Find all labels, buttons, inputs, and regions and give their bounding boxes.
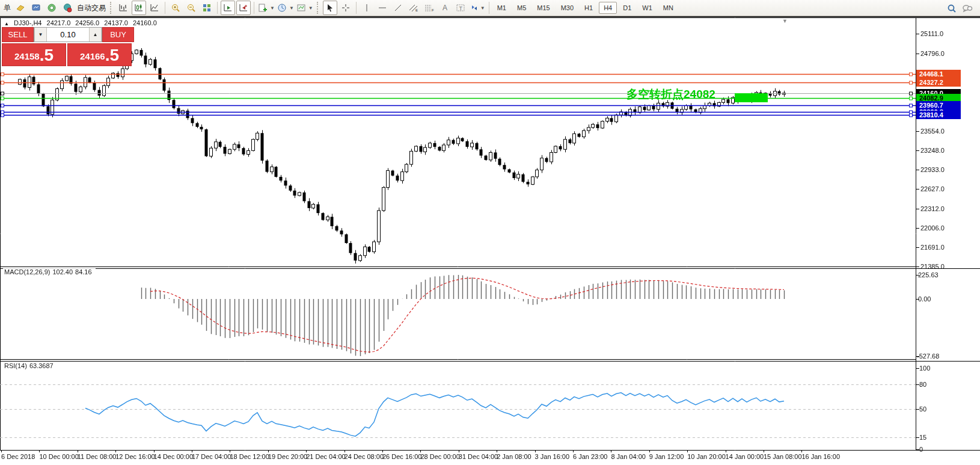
new-order-button[interactable]: 单 — [4, 3, 11, 13]
volume-decrease-icon[interactable]: ▼ — [34, 28, 47, 42]
crosshair-icon[interactable] — [338, 1, 353, 15]
time-axis-label: 6 Jan 23:00 — [573, 453, 608, 460]
time-axis-label: 14 Dec 00:00 — [154, 453, 193, 460]
sell-button[interactable]: SELL — [2, 27, 34, 42]
level-tag-24468.1: 24468.1 — [916, 70, 961, 78]
zoom-in-icon[interactable] — [168, 1, 183, 15]
volume-increase-icon[interactable]: ▲ — [89, 28, 102, 42]
time-axis-label: 26 Dec 16:00 — [382, 453, 421, 460]
time-axis-label: 21 Dec 04:00 — [306, 453, 345, 460]
timeframe-H1[interactable]: H1 — [580, 2, 598, 14]
data-window-icon[interactable] — [29, 1, 43, 15]
rsi-axis-label: 0 — [919, 446, 923, 453]
buy-price-frac: .5 — [105, 46, 119, 64]
price-tick-label: 22627.0 — [920, 185, 945, 192]
trendline-icon[interactable] — [391, 1, 405, 15]
price-tick-label: 21385.0 — [920, 263, 945, 270]
time-axis-label: 11 Dec 08:00 — [78, 453, 117, 460]
timeframe-W1[interactable]: W1 — [637, 2, 657, 14]
timeframe-M30[interactable]: M30 — [556, 2, 578, 14]
time-axis-label: 2 Jan 08:00 — [497, 453, 531, 460]
time-axis-label: 10 Dec 00:00 — [39, 453, 78, 460]
navigator-icon[interactable] — [44, 1, 59, 15]
level-tag-23810.4: 23810.4 — [916, 111, 961, 119]
ohlc-open: 24217.0 — [47, 19, 71, 26]
chart-shift-marker-icon: ▼ — [782, 18, 788, 24]
channel-icon[interactable]: E — [406, 1, 421, 15]
arrows-icon[interactable]: ▼ — [469, 1, 486, 15]
line-chart-icon[interactable] — [147, 1, 162, 15]
cursor-icon[interactable] — [323, 1, 337, 15]
price-tick-label: 22312.0 — [920, 205, 945, 212]
auto-scroll-icon[interactable] — [221, 1, 235, 15]
symbol-period: DJ30-,H4 — [14, 19, 41, 26]
timeframe-M1[interactable]: M1 — [492, 2, 511, 14]
price-tick-label: 22006.0 — [920, 224, 945, 232]
macd-axis-label: -527.68 — [917, 353, 939, 360]
svg-text:F: F — [432, 8, 434, 12]
timeframe-group: M1M5M15M30H1H4D1W1MN — [492, 2, 679, 14]
fibonacci-icon[interactable]: F — [422, 1, 436, 15]
auto-trading-button[interactable]: 自动交易 — [77, 3, 106, 13]
sell-price-display[interactable]: 24158 .5 — [2, 43, 66, 66]
buy-button[interactable]: BUY — [102, 27, 134, 42]
ohlc-close: 24160.0 — [133, 19, 157, 26]
time-axis-label: 28 Dec 00:00 — [420, 453, 459, 460]
toolbar-separator — [254, 2, 254, 14]
bar-chart-icon[interactable] — [116, 1, 130, 15]
label-icon[interactable]: T — [453, 1, 468, 15]
zoom-out-icon[interactable] — [184, 1, 198, 15]
sell-price-frac: .5 — [40, 46, 54, 64]
timeframe-H4[interactable]: H4 — [599, 2, 617, 14]
rsi-axis-label: 50 — [919, 405, 926, 413]
horizontal-line-icon[interactable] — [375, 1, 390, 15]
one-click-trade-panel: SELL ▼ ▲ BUY 24158 .5 24166 .5 — [2, 27, 134, 66]
time-axis-label: 14 Jan 00:00 — [726, 453, 764, 460]
toolbar-separator — [489, 2, 489, 14]
toolbar-separator — [217, 2, 218, 14]
periods-icon[interactable]: ▼ — [277, 1, 295, 15]
ohlc-high: 24256.0 — [75, 19, 99, 26]
timeframe-M5[interactable]: M5 — [512, 2, 531, 14]
collapse-marker-icon[interactable]: ▲ — [4, 21, 9, 26]
templates-icon[interactable]: ▼ — [296, 1, 314, 15]
tile-windows-icon[interactable] — [200, 1, 214, 15]
rsi-axis-label: 15 — [919, 434, 926, 441]
time-axis-label: 24 Dec 08:00 — [345, 453, 384, 460]
macd-label: MACD(12,26,9)102.4084.16 — [3, 268, 96, 276]
time-axis-label: 19 Dec 20:00 — [268, 453, 307, 460]
price-tick-label: 25111.0 — [920, 30, 943, 37]
time-axis-label: 16 Jan 16:00 — [801, 453, 840, 460]
timeframe-MN[interactable]: MN — [658, 2, 678, 14]
price-tick-label: 23554.0 — [920, 128, 945, 135]
search-icon[interactable] — [945, 1, 959, 16]
toolbar-separator — [356, 2, 357, 14]
candlestick-icon[interactable] — [132, 1, 146, 15]
vertical-line-icon[interactable] — [360, 1, 374, 15]
price-tick-label: 21691.0 — [920, 244, 945, 251]
svg-text:E: E — [415, 8, 418, 12]
time-axis-label: 10 Jan 20:00 — [687, 453, 726, 460]
timeframe-D1[interactable]: D1 — [618, 2, 636, 14]
toolbar-right-group — [944, 1, 975, 16]
quotes-icon[interactable] — [13, 1, 28, 15]
auto-trading-icon[interactable] — [60, 1, 75, 15]
chat-icon[interactable] — [960, 1, 975, 16]
rsi-axis-label: 100 — [919, 365, 930, 372]
volume-input[interactable] — [47, 28, 89, 42]
time-axis-label: 31 Dec 04:00 — [459, 453, 498, 460]
macd-axis-label: 225.63 — [918, 271, 939, 279]
svg-text:T: T — [459, 5, 462, 11]
text-icon[interactable]: A — [438, 1, 452, 15]
toolbar-handle — [317, 2, 320, 14]
indicators-icon[interactable]: ▼ — [257, 1, 275, 15]
chart-shift-icon[interactable] — [236, 1, 251, 15]
price-tick-label: 24796.0 — [920, 50, 945, 57]
chart-canvas[interactable] — [0, 0, 980, 465]
price-tick-label: 22933.0 — [920, 166, 945, 173]
rsi-axis-label: 80 — [919, 381, 926, 388]
timeframe-M15[interactable]: M15 — [532, 2, 554, 14]
buy-price-display[interactable]: 24166 .5 — [67, 43, 132, 66]
sell-price-base: 24158 — [14, 49, 40, 64]
toolbar-separator — [165, 2, 165, 14]
